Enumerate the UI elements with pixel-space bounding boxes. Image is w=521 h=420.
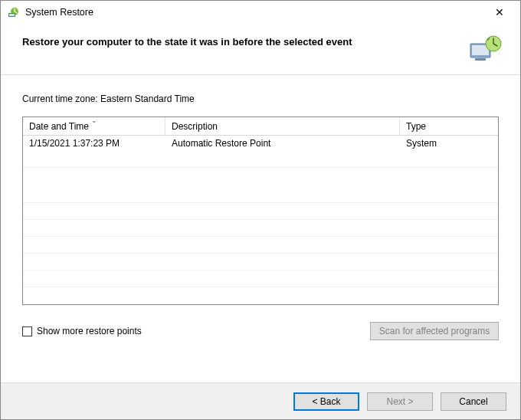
svg-rect-5 — [475, 58, 486, 61]
timezone-label: Current time zone: Eastern Standard Time — [22, 94, 499, 104]
table-row-empty — [23, 237, 498, 254]
footer-button-bar: < Back Next > Cancel — [1, 382, 520, 419]
table-row-empty — [23, 203, 498, 220]
cell-description: Automatic Restore Point — [165, 138, 400, 149]
column-header-type[interactable]: Type — [400, 117, 498, 135]
header: Restore your computer to the state it wa… — [1, 24, 520, 75]
page-heading: Restore your computer to the state it wa… — [22, 34, 468, 48]
table-row-empty — [23, 220, 498, 237]
column-header-description[interactable]: Description — [165, 117, 400, 135]
back-button-label: < Back — [312, 396, 340, 407]
cell-date: 1/15/2021 1:37:23 PM — [23, 138, 165, 149]
titlebar: System Restore ✕ — [1, 1, 520, 24]
svg-rect-2 — [9, 14, 15, 16]
column-header-date-label: Date and Time — [29, 121, 89, 132]
checkbox-icon — [22, 326, 32, 336]
cancel-button[interactable]: Cancel — [441, 392, 506, 411]
table-row[interactable]: 1/15/2021 1:37:23 PM Automatic Restore P… — [23, 136, 498, 151]
column-header-type-label: Type — [406, 121, 426, 132]
below-table-controls: Show more restore points Scan for affect… — [22, 322, 499, 340]
table-body: 1/15/2021 1:37:23 PM Automatic Restore P… — [23, 136, 498, 304]
system-restore-window: System Restore ✕ Restore your computer t… — [0, 0, 521, 420]
cancel-button-label: Cancel — [459, 396, 487, 407]
app-icon — [7, 5, 21, 19]
show-more-checkbox[interactable]: Show more restore points — [22, 326, 142, 336]
window-title: System Restore — [25, 7, 482, 18]
content-area: Current time zone: Eastern Standard Time… — [1, 75, 520, 382]
next-button-label: Next > — [386, 396, 413, 407]
table-header-row: ⌄ Date and Time Description Type — [23, 117, 498, 136]
column-header-description-label: Description — [172, 121, 218, 132]
show-more-label: Show more restore points — [37, 326, 142, 336]
table-row-empty — [23, 287, 498, 304]
table-row-empty — [23, 254, 498, 271]
next-button: Next > — [367, 392, 433, 411]
scan-affected-button: Scan for affected programs — [370, 322, 499, 340]
table-row-empty — [23, 151, 498, 168]
restore-hero-icon — [468, 34, 503, 65]
back-button[interactable]: < Back — [293, 392, 359, 411]
close-button[interactable]: ✕ — [482, 1, 517, 24]
sort-caret-icon: ⌄ — [91, 116, 97, 124]
column-header-date[interactable]: ⌄ Date and Time — [23, 117, 165, 135]
scan-affected-label: Scan for affected programs — [379, 326, 490, 336]
close-icon: ✕ — [495, 6, 504, 18]
table-row-empty — [23, 271, 498, 287]
table-row-empty — [23, 168, 498, 203]
restore-points-table[interactable]: ⌄ Date and Time Description Type 1/15/20… — [22, 116, 499, 305]
cell-type: System — [400, 138, 498, 149]
